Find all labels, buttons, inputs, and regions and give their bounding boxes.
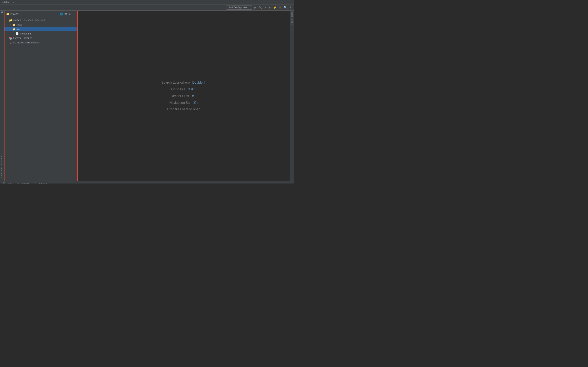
settings-toolbar-button[interactable]: ⚙ bbox=[289, 6, 292, 9]
coverage-button[interactable]: ◉ bbox=[268, 6, 271, 9]
problems-tab[interactable]: ⚠ Problems bbox=[16, 181, 30, 184]
tree-src-item[interactable]: 📁 src bbox=[4, 27, 77, 31]
navigation-bar-label: Navigation Bar bbox=[169, 101, 191, 105]
panel-header: 📁 Project ▾ 🌐 ⇄ ⚙ — bbox=[4, 11, 77, 17]
minimize-panel-button[interactable]: — bbox=[72, 12, 76, 16]
profile-button[interactable]: ⚡ bbox=[273, 6, 277, 9]
file-tree: ▾ 📁 untitled ~/IdeaProjects/untitled ▸ 📁… bbox=[4, 17, 77, 181]
folder-name: src bbox=[13, 1, 16, 3]
globe-button[interactable]: 🌐 bbox=[59, 12, 63, 16]
expand-arrow-idea-icon: ▸ bbox=[9, 24, 11, 26]
src-label: src bbox=[16, 28, 20, 31]
tree-scratches-item[interactable]: ▸ 🗒 Scratches and Consoles bbox=[4, 40, 77, 45]
recent-files-label: Recent Files bbox=[171, 94, 189, 98]
chevron-down-icon[interactable]: ▾ bbox=[18, 13, 20, 16]
external-libs-label: External Libraries bbox=[13, 37, 32, 40]
scratches-icon: 🗒 bbox=[9, 41, 12, 44]
tree-root-item[interactable]: ▾ 📁 untitled ~/IdeaProjects/untitled bbox=[4, 18, 77, 22]
window-layout-button[interactable]: ⊞ bbox=[278, 6, 282, 9]
tree-iml-item[interactable]: 📄 untitled.iml bbox=[4, 31, 77, 36]
hint-recent-files: Recent Files ⌘E bbox=[171, 94, 197, 98]
terminal-label: Terminal bbox=[38, 182, 47, 184]
sync-button[interactable]: ⇄ bbox=[64, 12, 67, 16]
favorites-label[interactable]: 3: Favorites bbox=[0, 166, 3, 179]
left-gutter: 2: Structure 3: Favorites bbox=[0, 11, 4, 181]
expand-arrow-scratches-icon: ▸ bbox=[6, 42, 8, 44]
scratches-label: Scratches and Consoles bbox=[13, 41, 40, 44]
src-folder-icon: 📁 bbox=[12, 28, 16, 31]
folder-icon: 📁 bbox=[9, 19, 12, 22]
todo-icon: ☑ bbox=[2, 182, 5, 184]
right-sidebar-label: Notifications bbox=[291, 12, 293, 25]
hint-go-to-file: Go to File ⇧⌘O bbox=[171, 87, 196, 91]
search-everywhere-key: Double ⇧ bbox=[192, 81, 206, 84]
idea-label: .idea bbox=[16, 23, 22, 26]
add-configuration-button[interactable]: Add Configuration... bbox=[226, 6, 252, 9]
drop-files-label: Drop files here to open bbox=[167, 108, 200, 111]
go-to-file-key: ⇧⌘O bbox=[188, 87, 196, 91]
hint-search-everywhere: Search Everywhere Double ⇧ bbox=[161, 81, 206, 84]
navigation-bar-key: ⌘↑ bbox=[193, 101, 198, 105]
root-label: untitled ~/IdeaProjects/untitled bbox=[13, 19, 45, 22]
libraries-icon: 📚 bbox=[9, 37, 12, 40]
main-layout: 2: Structure 3: Favorites 📁 Project ▾ 🌐 … bbox=[0, 11, 294, 181]
todo-label: TODO bbox=[6, 182, 12, 184]
go-to-file-label: Go to File bbox=[171, 87, 185, 91]
build-button[interactable]: 🔨 bbox=[258, 6, 263, 9]
breadcrumb-separator: › bbox=[11, 1, 12, 4]
hint-navigation-bar: Navigation Bar ⌘↑ bbox=[169, 101, 198, 105]
panel-header-icons: 🌐 ⇄ ⚙ — bbox=[59, 12, 76, 16]
idea-folder-icon: 📁 bbox=[12, 23, 16, 26]
right-sidebar: Notifications bbox=[290, 11, 294, 181]
search-everywhere-label: Search Everywhere bbox=[161, 81, 190, 84]
root-name: untitled bbox=[13, 19, 21, 22]
problems-icon: ⚠ bbox=[17, 182, 19, 184]
folder-icon: 📁 bbox=[6, 13, 9, 16]
expand-arrow-icon: ▾ bbox=[6, 19, 8, 21]
project-name: untitled bbox=[2, 1, 9, 4]
terminal-icon: ⬛ bbox=[34, 182, 37, 184]
panel-title: 📁 Project ▾ bbox=[6, 13, 20, 16]
iml-label: untitled.iml bbox=[20, 32, 31, 35]
search-toolbar-button[interactable]: 🔍 bbox=[283, 6, 287, 9]
gutter-indicator bbox=[1, 11, 3, 13]
recent-files-key: ⌘E bbox=[191, 94, 197, 98]
problems-label: Problems bbox=[20, 182, 29, 184]
iml-file-icon: 📄 bbox=[16, 32, 19, 35]
todo-tab[interactable]: ☑ TODO bbox=[2, 181, 13, 184]
settings-panel-button[interactable]: ⚙ bbox=[68, 12, 71, 16]
run-button[interactable]: ▶ bbox=[254, 6, 257, 9]
stop-button[interactable]: ■ bbox=[264, 6, 267, 9]
title-bar: untitled › src bbox=[0, 0, 294, 4]
panel-title-label: Project bbox=[10, 13, 17, 16]
tree-idea-item[interactable]: ▸ 📁 .idea bbox=[4, 22, 77, 27]
hint-drop-files: Drop files here to open bbox=[167, 108, 200, 111]
terminal-tab[interactable]: ⬛ Terminal bbox=[34, 181, 48, 184]
expand-arrow-libs-icon: ▸ bbox=[6, 37, 8, 39]
root-path: ~/IdeaProjects/untitled bbox=[22, 19, 45, 21]
bottom-toolbar: ☑ TODO ⚠ Problems ⬛ Terminal bbox=[0, 181, 294, 184]
tree-external-libs-item[interactable]: ▸ 📚 External Libraries bbox=[4, 36, 77, 40]
top-toolbar: Add Configuration... ▶ 🔨 ■ ◉ ⚡ ⊞ 🔍 ⚙ bbox=[0, 4, 294, 11]
editor-area: Search Everywhere Double ⇧ Go to File ⇧⌘… bbox=[78, 11, 290, 181]
project-panel: 📁 Project ▾ 🌐 ⇄ ⚙ — ▾ 📁 untitled ~/IdeaP… bbox=[4, 11, 78, 181]
